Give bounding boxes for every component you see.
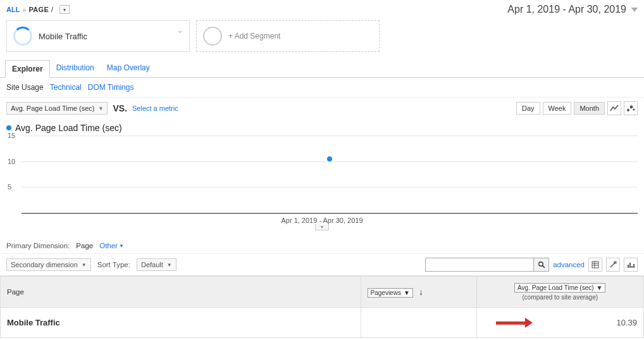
granularity-day-button[interactable]: Day: [516, 102, 540, 115]
svg-rect-14: [633, 264, 635, 268]
caret-down-icon: [631, 8, 638, 12]
row-metric-value: 10.39: [616, 318, 637, 327]
search-icon: [538, 261, 545, 268]
tab-distribution[interactable]: Distribution: [50, 60, 101, 77]
sort-arrow-down-icon: ↓: [419, 287, 423, 297]
sort-type-value: Default: [141, 261, 163, 268]
caret-down-icon: ▼: [404, 289, 410, 296]
search-input[interactable]: [426, 258, 533, 271]
segment-mobile-traffic[interactable]: Mobile Traffic ⌄: [6, 20, 190, 52]
motion-chart-icon[interactable]: [624, 101, 638, 115]
segment-donut-icon: [13, 27, 32, 46]
column-header-pageviews[interactable]: Pageviews ▼ ↓: [361, 277, 476, 308]
caret-down-icon: ▼: [98, 106, 103, 111]
primary-metric-selector[interactable]: Avg. Page Load Time (sec) ▼: [6, 102, 108, 115]
primary-dimension-other[interactable]: Other ▼: [99, 242, 124, 249]
svg-point-3: [538, 262, 542, 266]
performance-view-icon[interactable]: [624, 258, 638, 272]
breadcrumb-page-label: PAGE: [29, 6, 49, 13]
y-tick-10: 10: [8, 158, 15, 165]
line-chart-icon[interactable]: [607, 101, 621, 115]
date-range-picker[interactable]: Apr 1, 2019 - Apr 30, 2019: [507, 4, 638, 15]
primary-dimension-page[interactable]: Page: [76, 242, 93, 249]
data-point[interactable]: [327, 156, 332, 161]
secondary-dimension-label: Secondary dimension: [11, 261, 78, 268]
search-box: [425, 258, 549, 272]
caret-down-icon: ▼: [119, 243, 124, 249]
subtab-dom-timings[interactable]: DOM Timings: [88, 83, 134, 92]
search-button[interactable]: [533, 258, 548, 271]
chevron-right-icon: »: [22, 6, 26, 13]
pageviews-metric-selector[interactable]: Pageviews ▼: [368, 288, 413, 298]
column-header-metric[interactable]: Avg. Page Load Time (sec) ▼ (compared to…: [476, 277, 643, 308]
add-segment-button[interactable]: + Add Segment: [196, 20, 380, 52]
breadcrumb-slash: /: [51, 6, 53, 13]
compared-label: (compared to site average): [483, 294, 637, 301]
caret-down-icon: ▼: [82, 262, 87, 268]
svg-rect-13: [631, 266, 633, 268]
tab-explorer[interactable]: Explorer: [5, 60, 50, 78]
table-row: Mobile Traffic 10.39: [1, 308, 644, 338]
sort-type-selector[interactable]: Default ▼: [137, 258, 176, 271]
granularity-month-button[interactable]: Month: [574, 102, 605, 115]
chevron-down-icon: ⌄: [176, 25, 184, 35]
percentage-view-icon[interactable]: [606, 258, 620, 272]
breadcrumb: ALL » PAGE / ▾: [6, 5, 70, 14]
caret-down-icon: ▼: [597, 284, 603, 291]
svg-point-0: [627, 109, 629, 111]
load-time-metric-selector[interactable]: Avg. Page Load Time (sec) ▼: [514, 283, 605, 293]
row-page-name: Mobile Traffic: [7, 318, 60, 327]
y-tick-5: 5: [8, 183, 11, 191]
svg-point-2: [633, 108, 635, 110]
timeseries-chart: 15 10 5: [22, 135, 638, 214]
subtab-site-usage[interactable]: Site Usage: [6, 83, 44, 92]
y-tick-15: 15: [8, 132, 15, 139]
svg-rect-5: [592, 261, 598, 268]
svg-rect-12: [629, 263, 631, 268]
subtab-technical[interactable]: Technical: [50, 83, 82, 92]
chart-title: Avg. Page Load Time (sec): [15, 123, 122, 133]
tab-map-overlay[interactable]: Map Overlay: [101, 60, 156, 77]
segment-circle-icon: [203, 27, 222, 46]
add-segment-label: + Add Segment: [228, 32, 280, 41]
table-view-icon[interactable]: [588, 258, 602, 272]
vs-label: VS.: [113, 103, 127, 113]
sort-type-label: Sort Type:: [97, 261, 130, 268]
primary-metric-label: Avg. Page Load Time (sec): [11, 104, 94, 112]
path-selector-button[interactable]: ▾: [59, 5, 70, 14]
segment-label: Mobile Traffic: [39, 32, 87, 41]
granularity-week-button[interactable]: Week: [543, 102, 572, 115]
select-metric-button[interactable]: Select a metric: [132, 104, 178, 112]
arrow-right-icon: [496, 317, 533, 328]
secondary-dimension-selector[interactable]: Secondary dimension ▼: [6, 258, 91, 271]
svg-rect-11: [628, 265, 629, 268]
series-dot-icon: [6, 125, 11, 130]
svg-line-4: [542, 266, 545, 268]
primary-dimension-label: Primary Dimension:: [6, 242, 70, 249]
expand-chart-button[interactable]: ▾: [315, 224, 329, 230]
svg-line-9: [610, 262, 616, 267]
advanced-link[interactable]: advanced: [553, 261, 585, 268]
date-range-label: Apr 1, 2019 - Apr 30, 2019: [507, 4, 626, 15]
caret-down-icon: ▼: [167, 262, 172, 268]
svg-point-1: [630, 106, 633, 109]
column-header-page[interactable]: Page: [1, 277, 361, 308]
breadcrumb-all[interactable]: ALL: [6, 6, 20, 13]
data-table: Page Pageviews ▼ ↓ Avg. Page Load Time (…: [0, 276, 644, 338]
chart-x-label: Apr 1, 2019 - Apr 30, 2019: [281, 217, 362, 224]
